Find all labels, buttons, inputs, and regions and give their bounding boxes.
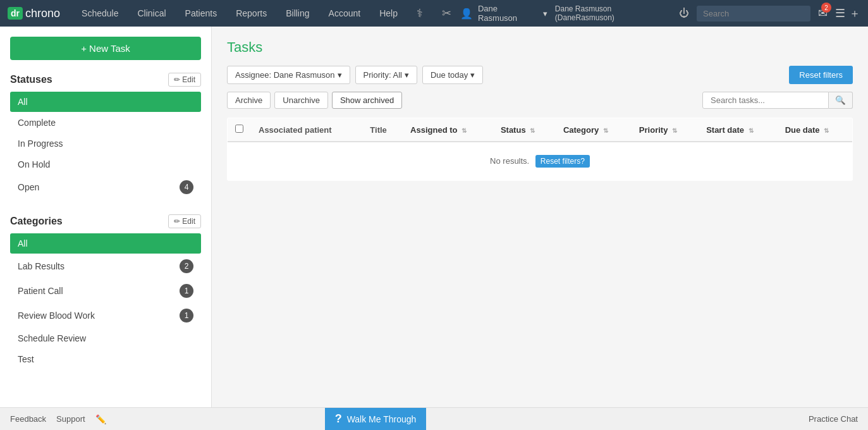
assignee-filter-label: Assignee: Dane Rasmuson xyxy=(235,70,335,80)
col-priority[interactable]: Priority ⇅ xyxy=(632,118,699,142)
filter-bar: Assignee: Dane Rasmuson ▾ Priority: All … xyxy=(227,66,853,84)
new-task-button[interactable]: + New Task xyxy=(10,37,201,60)
category-labresults-count: 2 xyxy=(180,259,193,273)
statuses-title: Statuses xyxy=(10,74,52,85)
status-item-all[interactable]: All xyxy=(10,92,201,112)
status-open-count: 4 xyxy=(180,180,193,194)
categories-title: Categories xyxy=(10,216,63,227)
col-associated-patient[interactable]: Associated patient xyxy=(251,118,362,142)
category-item-labresults[interactable]: Lab Results 2 xyxy=(10,254,201,278)
statuses-edit-button[interactable]: ✏ Edit xyxy=(168,73,201,87)
status-item-inprogress[interactable]: In Progress xyxy=(10,133,201,154)
category-schedulereview-label: Schedule Review xyxy=(18,333,86,343)
power-icon[interactable]: ⏻ xyxy=(679,8,689,19)
priority-filter-label: Priority: All xyxy=(364,70,402,80)
statuses-list: All Complete In Progress On Hold Open 4 xyxy=(10,92,201,199)
due-filter-button[interactable]: Due today ▾ xyxy=(422,66,483,84)
col-title[interactable]: Title xyxy=(362,118,403,142)
col-due-date-label: Due date xyxy=(785,125,820,135)
nav-clinical[interactable]: Clinical xyxy=(128,3,174,23)
categories-edit-button[interactable]: ✏ Edit xyxy=(168,214,201,228)
category-item-test[interactable]: Test xyxy=(10,349,201,369)
status-item-open[interactable]: Open 4 xyxy=(10,175,201,199)
scissors-icon: ✂ xyxy=(433,1,460,25)
col-associated-patient-label: Associated patient xyxy=(259,125,332,135)
status-all-label: All xyxy=(18,97,28,107)
nav-account[interactable]: Account xyxy=(320,3,370,23)
plus-icon: ＋ xyxy=(849,6,860,21)
archive-button[interactable]: Archive xyxy=(227,92,271,109)
no-results-text: No results. xyxy=(490,156,529,166)
categories-list: All Lab Results 2 Patient Call 1 Review … xyxy=(10,233,201,369)
sort-arrows-status: ⇅ xyxy=(530,127,535,134)
logo-icon: dr xyxy=(8,7,23,20)
logo-text: chrono xyxy=(25,7,60,20)
notification-badge[interactable]: ✉ 2 xyxy=(818,6,828,20)
user-short-name: Dane Rasmuson xyxy=(478,4,538,23)
col-category[interactable]: Category ⇅ xyxy=(556,118,632,142)
reset-filters-button[interactable]: Reset filters xyxy=(789,66,853,84)
sort-arrows-priority: ⇅ xyxy=(672,127,677,134)
reset-filters-inline-button[interactable]: Reset filters? xyxy=(535,155,590,168)
select-all-checkbox[interactable] xyxy=(235,125,243,133)
chevron-down-icon-priority: ▾ xyxy=(405,70,409,80)
tasks-table: Associated patient Title Assigned to ⇅ S… xyxy=(227,118,853,181)
search-input[interactable] xyxy=(697,6,810,22)
col-assigned-to[interactable]: Assigned to ⇅ xyxy=(403,118,493,142)
category-item-schedulereview[interactable]: Schedule Review xyxy=(10,328,201,348)
no-results-row: No results. Reset filters? xyxy=(228,142,853,181)
user-full-name: Dane Rasmuson (DaneRasmuson) xyxy=(555,4,671,22)
sort-arrows-due-date: ⇅ xyxy=(824,127,829,134)
chevron-down-icon-assignee: ▾ xyxy=(338,70,342,80)
col-priority-label: Priority xyxy=(639,125,668,135)
user-avatar-icon: 👤 xyxy=(460,8,473,20)
status-item-onhold[interactable]: On Hold xyxy=(10,154,201,175)
priority-filter-button[interactable]: Priority: All ▾ xyxy=(355,66,417,84)
nav-right: 👤 Dane Rasmuson ▾ Dane Rasmuson (DaneRas… xyxy=(460,4,860,23)
nav-schedule[interactable]: Schedule xyxy=(73,3,127,23)
pencil-icon-2: ✏ xyxy=(174,217,180,226)
nav-billing[interactable]: Billing xyxy=(277,3,318,23)
due-filter-label: Due today xyxy=(431,70,468,80)
col-due-date[interactable]: Due date ⇅ xyxy=(778,118,853,142)
status-inprogress-label: In Progress xyxy=(18,138,63,149)
col-title-label: Title xyxy=(370,125,387,135)
sidebar: + New Task Statuses ✏ Edit All Complete … xyxy=(0,27,212,407)
archive-bar: Archive Unarchive Show archived 🔍 xyxy=(227,92,853,109)
no-results-cell: No results. Reset filters? xyxy=(228,142,853,181)
user-area[interactable]: 👤 Dane Rasmuson ▾ xyxy=(460,4,547,23)
assignee-filter-button[interactable]: Assignee: Dane Rasmuson ▾ xyxy=(227,66,350,84)
col-start-date-label: Start date xyxy=(706,125,744,135)
content-area: Tasks Assignee: Dane Rasmuson ▾ Priority… xyxy=(212,27,868,407)
chevron-down-icon-due: ▾ xyxy=(470,70,475,80)
menu-icons[interactable]: ☰ ＋ xyxy=(835,6,860,21)
categories-edit-label: Edit xyxy=(182,217,195,226)
unarchive-button[interactable]: Unarchive xyxy=(274,92,328,109)
table-body: No results. Reset filters? xyxy=(228,142,853,181)
page-title: Tasks xyxy=(227,39,853,56)
nav-help[interactable]: Help xyxy=(370,3,406,23)
status-complete-label: Complete xyxy=(18,118,56,128)
main-layout: + New Task Statuses ✏ Edit All Complete … xyxy=(0,27,868,407)
col-status[interactable]: Status ⇅ xyxy=(493,118,556,142)
category-item-patientcall[interactable]: Patient Call 1 xyxy=(10,279,201,303)
select-all-checkbox-col[interactable] xyxy=(228,118,252,142)
show-archived-button[interactable]: Show archived xyxy=(332,92,402,109)
nav-patients[interactable]: Patients xyxy=(176,3,226,23)
category-item-all[interactable]: All xyxy=(10,233,201,254)
nav-reports[interactable]: Reports xyxy=(227,3,276,23)
category-reviewbloodwork-label: Review Blood Work xyxy=(18,310,95,321)
category-patientcall-count: 1 xyxy=(180,284,193,298)
search-tasks-input[interactable] xyxy=(702,92,829,109)
category-item-reviewbloodwork[interactable]: Review Blood Work 1 xyxy=(10,304,201,328)
status-item-complete[interactable]: Complete xyxy=(10,113,201,133)
category-reviewbloodwork-count: 1 xyxy=(180,309,193,322)
search-tasks-area: 🔍 xyxy=(702,92,853,109)
search-tasks-button[interactable]: 🔍 xyxy=(829,92,853,109)
pencil-icon: ✏ xyxy=(174,75,180,84)
col-start-date[interactable]: Start date ⇅ xyxy=(699,118,778,142)
search-icon: 🔍 xyxy=(835,95,846,105)
notification-count: 2 xyxy=(821,3,831,13)
logo-area[interactable]: dr chrono xyxy=(8,7,60,20)
chevron-down-icon: ▾ xyxy=(543,9,547,18)
